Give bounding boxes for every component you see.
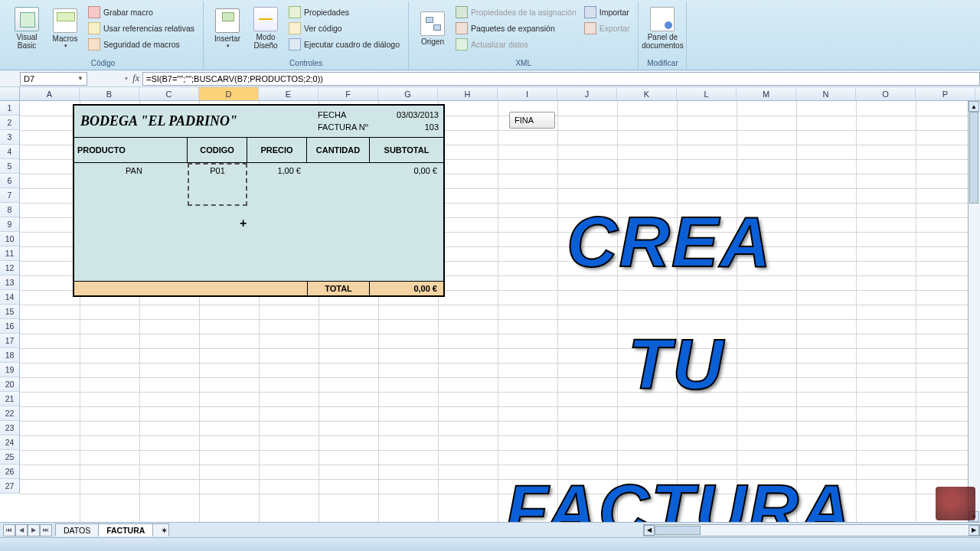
column-header-F[interactable]: F [318, 87, 378, 100]
seguridad-macros-button[interactable]: Seguridad de macros [86, 37, 197, 52]
tab-first-icon[interactable]: ⏮ [3, 524, 15, 536]
name-box-value: D7 [24, 74, 34, 83]
group-label-modificar: Modificar [643, 58, 681, 68]
referencias-relativas-button[interactable]: Usar referencias relativas [86, 21, 197, 36]
column-header-P[interactable]: P [916, 87, 975, 100]
row-header-27[interactable]: 27 [0, 479, 20, 494]
row-header-5[interactable]: 5 [0, 159, 20, 174]
actualizar-datos-button: Actualizar datos [453, 37, 579, 52]
sheet-tab-factura[interactable]: FACTURA [98, 523, 153, 536]
column-header-L[interactable]: L [677, 87, 737, 100]
column-header-I[interactable]: I [498, 87, 557, 100]
row-header-17[interactable]: 17 [0, 334, 20, 348]
hscroll-thumb[interactable] [655, 526, 701, 535]
macros-icon [53, 8, 77, 33]
row-header-1[interactable]: 1 [0, 101, 20, 116]
row-header-3[interactable]: 3 [0, 130, 20, 145]
security-icon [88, 38, 100, 51]
vertical-scrollbar[interactable]: ▲ ▼ [968, 101, 980, 522]
ver-codigo-button[interactable]: Ver código [286, 21, 402, 36]
row-header-15[interactable]: 15 [0, 305, 20, 319]
column-header-K[interactable]: K [617, 87, 677, 100]
scroll-right-icon[interactable]: ▶ [969, 525, 979, 536]
origen-button[interactable]: Origen [413, 3, 452, 54]
properties-icon [289, 6, 301, 18]
column-header-C[interactable]: C [139, 87, 199, 100]
row-header-26[interactable]: 26 [0, 465, 20, 479]
dropdown-icon[interactable]: ▾ [125, 75, 128, 82]
column-header-B[interactable]: B [80, 87, 139, 100]
scroll-left-icon[interactable]: ◀ [644, 525, 655, 536]
row-header-7[interactable]: 7 [0, 188, 20, 203]
fx-icon[interactable]: fx [132, 73, 139, 84]
dropdown-icon: ▾ [227, 43, 230, 49]
column-header-A[interactable]: A [20, 87, 80, 100]
row-header-21[interactable]: 21 [0, 392, 20, 406]
group-label-codigo: Código [8, 58, 198, 68]
row-header-25[interactable]: 25 [0, 450, 20, 465]
row-header-19[interactable]: 19 [0, 363, 20, 377]
overlay-text-2: TU [628, 324, 725, 405]
macros-button[interactable]: Macros ▾ [46, 3, 84, 54]
column-header-M[interactable]: M [737, 87, 796, 100]
propiedades-button[interactable]: Propiedades [286, 5, 402, 20]
hdr-subtotal: SUBTOTAL [370, 138, 443, 162]
row-header-13[interactable]: 13 [0, 276, 20, 290]
export-icon [584, 22, 596, 34]
grabar-macro-button[interactable]: Grabar macro [86, 5, 197, 20]
row-header-18[interactable]: 18 [0, 348, 20, 363]
modo-diseno-button[interactable]: ModoDiseño [247, 3, 285, 54]
row-header-14[interactable]: 14 [0, 290, 20, 305]
column-header-H[interactable]: H [438, 87, 498, 100]
column-header-O[interactable]: O [856, 87, 916, 100]
finalizar-button[interactable]: FINA [509, 112, 555, 129]
row-header-6[interactable]: 6 [0, 174, 20, 188]
panel-documentos-button[interactable]: Panel dedocumentos [643, 3, 681, 54]
horizontal-scrollbar[interactable]: ◀ ▶ [643, 524, 980, 536]
insertar-button[interactable]: Insertar ▾ [208, 3, 247, 54]
panel-label: Panel dedocumentos [642, 33, 683, 50]
row-header-22[interactable]: 22 [0, 406, 20, 421]
column-header-G[interactable]: G [378, 87, 438, 100]
scroll-up-icon[interactable]: ▲ [969, 101, 979, 112]
tab-prev-icon[interactable]: ◀ [15, 524, 28, 536]
spreadsheet-grid[interactable]: ABCDEFGHIJKLMNOP 12345678910111213141516… [0, 87, 980, 522]
tab-next-icon[interactable]: ▶ [28, 524, 40, 536]
row-header-16[interactable]: 16 [0, 319, 20, 334]
visual-basic-button[interactable]: VisualBasic [8, 3, 46, 54]
paquetes-expansion-button[interactable]: Paquetes de expansión [453, 21, 579, 36]
exportar-button: Exportar [582, 21, 632, 36]
tab-last-icon[interactable]: ⏭ [40, 524, 52, 536]
row-header-10[interactable]: 10 [0, 232, 20, 246]
ejecutar-dialogo-button[interactable]: Ejecutar cuadro de diálogo [286, 37, 402, 52]
column-header-E[interactable]: E [259, 87, 318, 100]
chevron-down-icon[interactable]: ▼ [77, 75, 83, 82]
column-header-D[interactable]: D [199, 87, 259, 100]
sheet-tab-new[interactable]: ✶ [152, 523, 169, 536]
importar-button[interactable]: Importar [582, 5, 632, 20]
cell-producto[interactable]: PAN [74, 166, 188, 175]
name-box[interactable]: D7 ▼ [20, 72, 87, 86]
column-header-row: ABCDEFGHIJKLMNOP [0, 87, 980, 101]
cell-subtotal[interactable]: 0,00 € [370, 166, 443, 175]
fecha-label: FECHA [318, 110, 346, 119]
formula-input[interactable] [142, 72, 980, 86]
row-header-4[interactable]: 4 [0, 145, 20, 159]
row-header-11[interactable]: 11 [0, 246, 20, 261]
row-header-20[interactable]: 20 [0, 377, 20, 392]
vscroll-thumb[interactable] [969, 112, 978, 204]
cell-codigo[interactable]: P01 [188, 166, 247, 175]
hdr-producto: PRODUCTO [74, 138, 188, 162]
row-header-9[interactable]: 9 [0, 217, 20, 232]
row-header-2[interactable]: 2 [0, 116, 20, 130]
column-header-J[interactable]: J [557, 87, 617, 100]
select-all-corner[interactable] [0, 87, 20, 100]
row-header-12[interactable]: 12 [0, 261, 20, 276]
row-header-23[interactable]: 23 [0, 421, 20, 435]
cell-precio[interactable]: 1,00 € [247, 166, 307, 175]
row-header-24[interactable]: 24 [0, 435, 20, 450]
column-header-N[interactable]: N [796, 87, 856, 100]
sheet-tab-datos[interactable]: DATOS [55, 523, 99, 536]
row-header-8[interactable]: 8 [0, 203, 20, 217]
references-icon [88, 22, 100, 34]
